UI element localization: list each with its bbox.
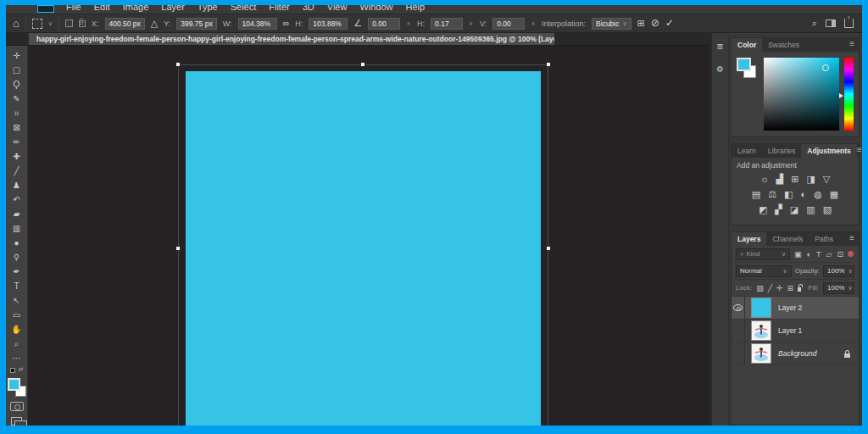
- blend-mode-dropdown[interactable]: Normal ∨: [736, 265, 792, 277]
- color-picker-marker[interactable]: [822, 64, 829, 71]
- foreground-background-swatches[interactable]: [8, 378, 26, 397]
- adj-selective-color-icon[interactable]: ▧: [823, 204, 832, 214]
- crop-tool[interactable]: ⌗: [6, 106, 27, 120]
- transform-handle-middle-right[interactable]: [546, 246, 551, 251]
- workspace-switcher-icon[interactable]: [826, 19, 836, 27]
- commit-transform-icon[interactable]: ✓: [665, 19, 674, 28]
- x-position-field[interactable]: 400.50 px: [105, 18, 145, 30]
- default-swap-colors-icon[interactable]: ⇄: [10, 368, 24, 376]
- hue-slider-marker[interactable]: [839, 93, 843, 98]
- menu-filter[interactable]: Filter: [269, 5, 289, 14]
- layer-row-layer1[interactable]: Layer 1: [732, 320, 859, 342]
- tab-adjustments[interactable]: Adjustments: [801, 144, 856, 158]
- screen-mode-button[interactable]: [11, 417, 22, 426]
- tab-swatches[interactable]: Swatches: [762, 38, 805, 52]
- share-icon[interactable]: [844, 19, 854, 28]
- menu-type[interactable]: Type: [198, 5, 218, 14]
- document-image[interactable]: [186, 71, 541, 426]
- adj-levels-icon[interactable]: ▟: [776, 174, 783, 184]
- saturation-brightness-field[interactable]: [764, 58, 839, 131]
- dodge-tool[interactable]: ⚲: [6, 250, 27, 264]
- opacity-dropdown[interactable]: 100% ∨: [823, 265, 854, 277]
- tab-color[interactable]: Color: [732, 38, 762, 52]
- adj-vibrance-icon[interactable]: ▽: [823, 174, 830, 184]
- panel-menu-icon[interactable]: ≡: [857, 144, 862, 158]
- filter-shape-layers-icon[interactable]: ▱: [826, 250, 832, 259]
- height-field[interactable]: 103.88%: [309, 18, 348, 30]
- blur-tool[interactable]: ●: [6, 236, 27, 250]
- collapsed-panel-icon-2[interactable]: ⚙: [716, 64, 724, 74]
- menu-image[interactable]: Image: [123, 5, 149, 14]
- canvas[interactable]: [28, 46, 710, 426]
- adj-channel-mixer-icon[interactable]: ◍: [814, 189, 822, 199]
- foreground-color-swatch[interactable]: [737, 58, 751, 71]
- fill-dropdown[interactable]: 100% ∨: [823, 282, 854, 294]
- hand-tool[interactable]: ✋: [6, 322, 27, 337]
- move-tool[interactable]: ✛: [6, 48, 27, 63]
- menu-view[interactable]: View: [327, 5, 348, 14]
- interpolation-dropdown[interactable]: Bicubic ∨: [592, 18, 632, 30]
- v-skew-field[interactable]: 0.00: [492, 18, 525, 30]
- lasso-tool[interactable]: Ϙ: [6, 77, 27, 92]
- gradient-tool[interactable]: ▥: [6, 221, 27, 236]
- tab-layers[interactable]: Layers: [732, 232, 766, 246]
- foreground-color-swatch[interactable]: [8, 378, 20, 391]
- tab-learn[interactable]: Learn: [732, 144, 762, 158]
- adj-curves-icon[interactable]: ⊞: [791, 174, 798, 184]
- lock-all-icon[interactable]: [798, 287, 800, 292]
- menu-select[interactable]: Select: [231, 5, 257, 14]
- transform-handle-top-center[interactable]: [360, 62, 365, 67]
- reference-point-locator[interactable]: [79, 20, 86, 27]
- h-skew-field[interactable]: 0.17: [431, 18, 463, 30]
- home-icon[interactable]: ⌂: [13, 19, 19, 28]
- transform-handle-top-right[interactable]: [546, 62, 551, 67]
- path-selection-tool[interactable]: ↖: [6, 293, 27, 308]
- lock-transparency-icon[interactable]: ▨: [756, 284, 764, 292]
- layer-name[interactable]: Layer 2: [778, 303, 802, 312]
- history-brush-tool[interactable]: ↶: [6, 192, 27, 207]
- adj-posterize-icon[interactable]: ▞: [775, 204, 782, 214]
- collapsed-panel-icon-1[interactable]: ≣: [716, 42, 723, 51]
- layer-filter-kind-dropdown[interactable]: ⌕ Kind ∨: [736, 248, 790, 260]
- transform-handle-middle-left[interactable]: [175, 246, 181, 251]
- type-tool[interactable]: T: [6, 279, 27, 293]
- quick-mask-mode-button[interactable]: [10, 402, 24, 411]
- marquee-tool[interactable]: ▢: [6, 63, 27, 77]
- adj-invert-icon[interactable]: ◩: [759, 204, 767, 214]
- chevron-down-icon[interactable]: ∨: [48, 20, 53, 27]
- object-selection-tool[interactable]: ✎: [6, 92, 27, 106]
- adj-black-white-icon[interactable]: ◧: [784, 189, 793, 199]
- edit-toolbar-button[interactable]: ⋯: [6, 351, 27, 365]
- filter-adjustment-layers-icon[interactable]: ◐: [807, 250, 811, 259]
- adj-exposure-icon[interactable]: ◨: [806, 174, 815, 184]
- visibility-toggle[interactable]: [732, 342, 745, 365]
- transform-handle-top-left[interactable]: [175, 62, 181, 67]
- panel-menu-icon[interactable]: ≡: [849, 232, 859, 246]
- adj-threshold-icon[interactable]: ◪: [790, 204, 798, 214]
- lock-position-icon[interactable]: ✛: [776, 284, 783, 292]
- delta-icon[interactable]: △: [151, 19, 158, 28]
- document-tab[interactable]: happy-girl-enjoying-freedom-female-perso…: [29, 33, 554, 45]
- rectangle-tool[interactable]: ▭: [6, 308, 27, 322]
- menu-edit[interactable]: Edit: [94, 5, 110, 14]
- menu-layer[interactable]: Layer: [161, 5, 185, 14]
- layer-thumbnail[interactable]: [751, 343, 771, 364]
- maintain-aspect-ratio-icon[interactable]: ∞: [283, 19, 290, 28]
- adj-photo-filter-icon[interactable]: ◐: [801, 189, 807, 199]
- adj-color-lookup-icon[interactable]: ▦: [830, 189, 838, 199]
- adj-color-balance-icon[interactable]: ⚖: [768, 189, 776, 199]
- visibility-toggle[interactable]: [732, 297, 745, 320]
- layer-filter-toggle[interactable]: [848, 251, 854, 257]
- panel-menu-icon[interactable]: ≡: [849, 38, 859, 52]
- zoom-tool[interactable]: ⌕: [6, 337, 27, 351]
- menu-3d[interactable]: 3D: [303, 5, 314, 14]
- eyedropper-tool[interactable]: ✏: [6, 135, 27, 149]
- reference-point-checkbox[interactable]: [65, 19, 73, 27]
- cancel-transform-icon[interactable]: ⊘: [651, 19, 659, 28]
- free-transform-tool-icon[interactable]: [32, 19, 42, 29]
- photoshop-app-icon[interactable]: [37, 5, 54, 13]
- search-icon[interactable]: ⌕: [812, 19, 817, 28]
- eraser-tool[interactable]: ▰: [6, 207, 27, 221]
- brush-tool[interactable]: ╱: [6, 164, 27, 178]
- lock-artboard-icon[interactable]: ⊞: [787, 284, 794, 292]
